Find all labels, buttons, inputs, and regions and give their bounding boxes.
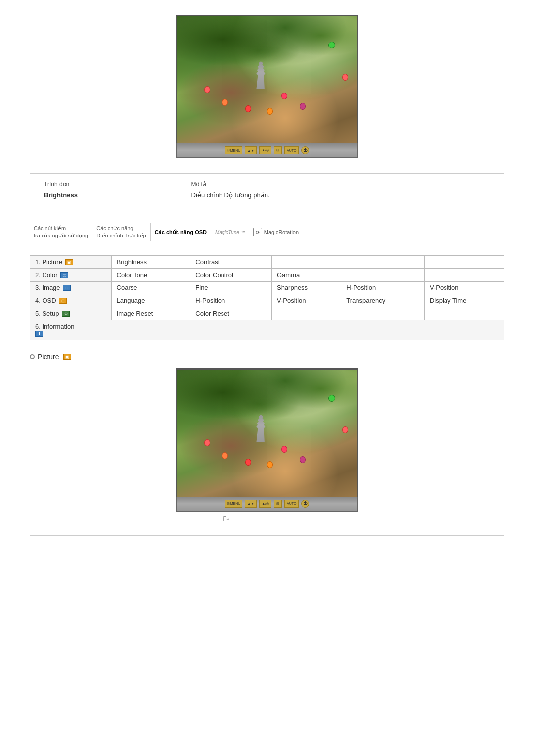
menu-item-osd[interactable]: 4. OSD ⊟ — [30, 294, 112, 307]
minus-button-top[interactable]: ⊟ — [274, 146, 282, 154]
picture-icon: ▣ — [65, 259, 73, 265]
power-button-bottom[interactable]: ⏻ — [301, 500, 309, 508]
image-icon: ⊙ — [63, 285, 71, 291]
color-icon: ◎ — [60, 272, 68, 278]
brightness-label: Brightness — [40, 189, 187, 201]
osd-icon: ⊟ — [59, 298, 67, 304]
menu-grid-table: 1. Picture ▣ Brightness Contrast 2. Colo… — [30, 255, 504, 340]
cell-transparency: Transparency — [341, 294, 425, 307]
table-row: Brightness Điều chỉnh Độ tương phản. — [40, 189, 494, 201]
info-table: Trình đơn Mô tả Brightness Điều chỉnh Độ… — [40, 179, 494, 201]
table-row: 6. Information ℹ — [30, 320, 504, 340]
monitor-display-bottom: ⊟ MENU ▲▼ ▲/◎ ⊟ AUTO ⏻ — [30, 368, 504, 525]
auto-button-bottom[interactable]: AUTO — [284, 500, 299, 508]
menu-item-color[interactable]: 2. Color ◎ — [30, 268, 112, 281]
table-row: 3. Image ⊙ Coarse Fine Sharpness H-Posit… — [30, 281, 504, 294]
cell-sharpness: Sharpness — [271, 281, 341, 294]
monitor-screen-bottom — [176, 368, 358, 497]
cell-hposition-img: H-Position — [341, 281, 425, 294]
cell-colorcontrol: Color Control — [190, 268, 272, 281]
cell-fine: Fine — [190, 281, 272, 294]
menu-item-picture[interactable]: 1. Picture ▣ — [30, 255, 112, 268]
magicrotation-icon: ⟳ — [253, 228, 262, 236]
table-row: 1. Picture ▣ Brightness Contrast — [30, 255, 504, 268]
minus-button-bottom[interactable]: ⊟ — [274, 500, 282, 508]
picture-bullet — [30, 354, 35, 359]
monitor-display-top: ⊟ MENU ▲▼ ▲/◎ ⊟ AUTO ⏻ — [30, 15, 504, 158]
cursor-icon: ☞ — [222, 513, 232, 525]
cell-colorreset: Color Reset — [190, 307, 272, 320]
cell-displaytime: Display Time — [424, 294, 504, 307]
menu-item-information[interactable]: 6. Information ℹ — [30, 320, 504, 340]
monitor-bezel-top: ⊟ MENU ▲▼ ▲/◎ ⊟ AUTO ⏻ — [176, 143, 358, 158]
monitor-screen-top — [176, 15, 358, 143]
table-row: 2. Color ◎ Color Tone Color Control Gamm… — [30, 268, 504, 281]
tab-magictune[interactable]: MagicTune ™ — [211, 228, 249, 236]
info-table-section: Trình đơn Mô tả Brightness Điều chỉnh Độ… — [30, 173, 504, 206]
col1-header: Trình đơn — [40, 179, 187, 189]
cell-vposition-osd: V-Position — [271, 294, 341, 307]
cell-coarse: Coarse — [111, 281, 190, 294]
power-button-top[interactable]: ⏻ — [301, 146, 309, 154]
auto-button-top[interactable]: AUTO — [284, 146, 299, 154]
cell-empty8 — [424, 307, 504, 320]
cell-empty5 — [424, 268, 504, 281]
nav-button-top[interactable]: ▲▼ — [245, 146, 257, 154]
tab-osd-features[interactable]: Các chức năng OSD — [151, 227, 211, 237]
menu-item-setup[interactable]: 5. Setup ⚙ — [30, 307, 112, 320]
tab-user-controls[interactable]: Các nút kiểm tra của người sử dụng — [30, 223, 92, 241]
adjust-button-bottom[interactable]: ▲/◎ — [259, 500, 271, 508]
menu-button-top[interactable]: ⊟ MENU — [225, 146, 243, 154]
menu-button-bottom[interactable]: ⊟ MENU — [225, 500, 243, 508]
cell-contrast: Contrast — [190, 255, 272, 268]
tab-direct-adjust[interactable]: Các chức năng Điều chỉnh Trực tiếp — [92, 223, 150, 241]
cell-colortone: Color Tone — [111, 268, 190, 281]
picture-heading: Picture ▣ — [30, 353, 504, 361]
nav-button-bottom[interactable]: ▲▼ — [245, 500, 257, 508]
adjust-button-top[interactable]: ▲/◎ — [259, 146, 271, 154]
menu-item-image[interactable]: 3. Image ⊙ — [30, 281, 112, 294]
cell-imagereset: Image Reset — [111, 307, 190, 320]
table-row: 4. OSD ⊟ Language H-Position V-Position … — [30, 294, 504, 307]
brightness-desc: Điều chỉnh Độ tương phản. — [187, 189, 494, 201]
tab-magicrotation[interactable]: ⟳ MagicRotation — [249, 226, 303, 238]
cell-empty6 — [271, 307, 341, 320]
cell-empty2 — [341, 255, 425, 268]
cell-hposition-osd: H-Position — [190, 294, 272, 307]
setup-icon: ⚙ — [62, 311, 70, 317]
cell-empty7 — [341, 307, 425, 320]
info-icon: ℹ — [35, 331, 43, 337]
cell-vposition-img: V-Position — [424, 281, 504, 294]
bottom-divider — [30, 535, 504, 536]
cell-empty3 — [424, 255, 504, 268]
monitor-bezel-bottom: ⊟ MENU ▲▼ ▲/◎ ⊟ AUTO ⏻ — [176, 497, 358, 512]
cursor-area: ☞ — [176, 512, 358, 525]
cell-empty1 — [271, 255, 341, 268]
cell-gamma: Gamma — [271, 268, 341, 281]
cell-empty4 — [341, 268, 425, 281]
col2-header: Mô tả — [187, 179, 494, 189]
monitor-container-top: ⊟ MENU ▲▼ ▲/◎ ⊟ AUTO ⏻ — [176, 15, 358, 158]
monitor-container-bottom: ⊟ MENU ▲▼ ▲/◎ ⊟ AUTO ⏻ — [176, 368, 358, 512]
table-row: 5. Setup ⚙ Image Reset Color Reset — [30, 307, 504, 320]
nav-tabs: Các nút kiểm tra của người sử dụng Các c… — [30, 219, 504, 245]
picture-heading-icon: ▣ — [63, 354, 71, 360]
cell-brightness: Brightness — [111, 255, 190, 268]
cell-language: Language — [111, 294, 190, 307]
